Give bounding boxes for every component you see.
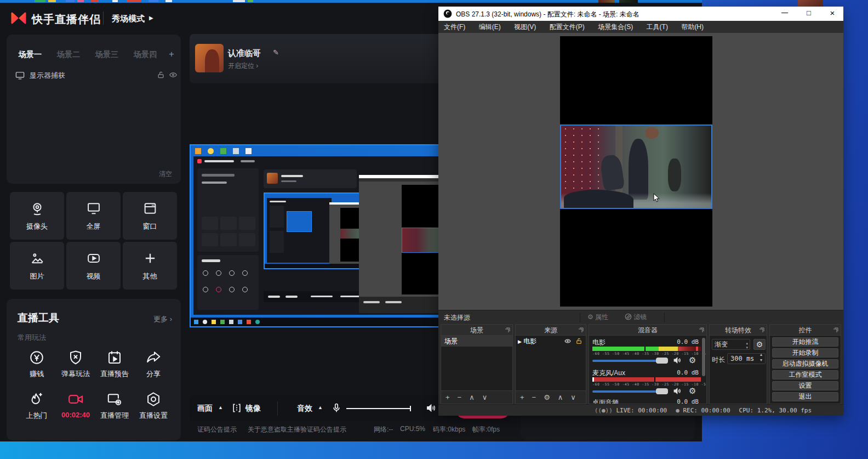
tool-trending[interactable]: 上热门 — [20, 391, 54, 421]
tool-earn[interactable]: 赚钱 — [20, 349, 54, 379]
popout-icon[interactable] — [699, 327, 704, 333]
unlock-icon[interactable] — [157, 71, 165, 79]
start-virtual-camera-button[interactable]: 启动虚拟摄像机 — [772, 359, 838, 369]
source-button-other[interactable]: 其他 — [123, 242, 177, 290]
source-button-video[interactable]: 视频 — [66, 242, 121, 290]
studio-mode-button[interactable]: 工作室模式 — [772, 370, 838, 379]
caret-up-icon[interactable]: ▲ — [318, 405, 323, 410]
source-list-item[interactable]: ▶ 电影 — [516, 336, 586, 347]
tool-live-manage[interactable]: 直播管理 — [98, 391, 132, 421]
figure-silhouette — [668, 158, 682, 191]
scene-tab-4[interactable]: 场景四 — [134, 50, 157, 60]
caret-up-icon[interactable]: ▲ — [218, 405, 223, 410]
menu-scene-collection[interactable]: 场景集合(S) — [592, 21, 638, 33]
start-streaming-button[interactable]: 开始推流 — [772, 337, 838, 347]
settings-hexagon-icon — [145, 391, 162, 407]
eye-icon[interactable] — [564, 338, 572, 344]
speaker-icon[interactable] — [672, 356, 682, 365]
mixer-channel-db: 0.0 dB — [677, 338, 699, 345]
popout-icon[interactable] — [833, 327, 838, 333]
close-button[interactable]: × — [821, 8, 843, 18]
enable-location-link[interactable]: 开启定位 › — [228, 61, 258, 71]
source-button-camera[interactable]: 摄像头 — [10, 192, 64, 240]
obs-window: OBS 27.1.3 (32-bit, windows) - 配置文件: 未命名… — [438, 7, 843, 416]
mirror-button[interactable]: 镜像 — [245, 404, 261, 413]
popout-icon[interactable] — [759, 327, 764, 333]
notice-2[interactable]: 关于恶意盗取主播验证码公告提示 — [248, 425, 346, 434]
movie-volume-handle[interactable] — [656, 358, 668, 364]
capture-source-row[interactable]: 显示器捕获 — [7, 69, 181, 83]
spinner-down-icon[interactable]: ▾ — [760, 358, 762, 362]
menu-help[interactable]: 帮助(H) — [676, 21, 709, 33]
notice-1[interactable]: 证码公告提示 — [197, 425, 237, 434]
speaker-icon[interactable] — [425, 403, 437, 413]
mixer-scrollbar[interactable] — [702, 338, 705, 376]
source-button-image[interactable]: 图片 — [10, 242, 64, 290]
movie-volume-track[interactable] — [592, 360, 663, 362]
minimize-button[interactable]: — — [774, 9, 796, 16]
rec-icon: ● — [676, 407, 679, 414]
remove-source-button[interactable]: − — [532, 393, 536, 401]
settings-button[interactable]: 设置 — [772, 381, 838, 390]
popout-icon[interactable] — [578, 327, 584, 333]
sound-effect-button[interactable]: 音效 — [297, 404, 312, 413]
tool-danmaku[interactable]: 弹幕玩法 — [59, 349, 93, 379]
clear-scenes-button[interactable]: 清空 — [159, 169, 172, 179]
more-link[interactable]: 更多 › — [153, 314, 172, 324]
play-icon: ▶ — [518, 339, 522, 344]
menu-edit[interactable]: 编辑(E) — [473, 21, 506, 33]
avatar[interactable] — [195, 44, 224, 72]
source-properties-button[interactable]: ⚙ — [544, 393, 550, 401]
streamer-name: 认准临哥 — [228, 48, 261, 59]
menu-profile[interactable]: 配置文件(P) — [544, 21, 590, 33]
menu-tools[interactable]: 工具(T) — [641, 21, 673, 33]
speaker-icon[interactable] — [672, 387, 682, 395]
scene-tab-3[interactable]: 场景三 — [95, 50, 118, 60]
start-recording-button[interactable]: 开始录制 — [772, 348, 838, 358]
screen-menu-button[interactable]: 画面 — [197, 404, 213, 413]
tool-live-preview[interactable]: 直播预告 — [98, 349, 132, 379]
tool-record-timer[interactable]: 00:02:40 — [59, 391, 93, 419]
filter-icon — [625, 313, 632, 320]
maximize-button[interactable]: □ — [798, 9, 820, 17]
mirror-icon[interactable] — [231, 403, 242, 413]
source-button-window[interactable]: 窗口 — [123, 192, 177, 240]
popout-icon[interactable] — [505, 327, 510, 333]
mode-switcher[interactable]: 秀场模式 — [112, 14, 145, 24]
movie-source-video[interactable] — [560, 124, 712, 209]
mic-volume-handle[interactable] — [410, 406, 411, 411]
add-scene-button[interactable]: + — [169, 49, 174, 60]
remove-scene-button[interactable]: − — [458, 393, 462, 401]
scene-tab-1[interactable]: 场景一 — [19, 50, 42, 60]
tool-live-settings[interactable]: 直播设置 — [136, 391, 170, 421]
source-button-fullscreen[interactable]: 全屏 — [66, 192, 121, 240]
scene-tab-2[interactable]: 场景二 — [57, 50, 80, 60]
menu-file[interactable]: 文件(F) — [438, 21, 471, 33]
mic-volume-track[interactable] — [592, 390, 663, 393]
mode-arrow-icon[interactable]: ▶ — [149, 15, 153, 21]
add-scene-button[interactable]: + — [446, 393, 450, 401]
spinner-up-icon[interactable]: ▴ — [760, 352, 762, 357]
filters-button[interactable]: 滤镜 — [625, 313, 647, 322]
tool-share[interactable]: 分享 — [136, 349, 170, 379]
channel-gear-icon[interactable]: ⚙ — [689, 386, 696, 396]
eye-icon[interactable] — [169, 71, 178, 79]
scene-up-button[interactable]: ∧ — [469, 393, 475, 401]
add-source-button[interactable]: + — [520, 393, 524, 401]
scene-down-button[interactable]: ∨ — [482, 393, 488, 401]
transition-gear-button[interactable]: ⚙ — [753, 339, 766, 350]
mic-volume-handle[interactable] — [656, 388, 668, 394]
mic-volume-slider[interactable] — [346, 408, 411, 409]
edit-name-icon[interactable]: ✎ — [273, 48, 279, 56]
transition-select[interactable]: 渐变 ▴ ▾ — [712, 339, 750, 350]
channel-gear-icon[interactable]: ⚙ — [689, 355, 696, 365]
microphone-icon[interactable] — [331, 402, 342, 414]
unlock-icon[interactable] — [575, 337, 583, 345]
scene-list-item[interactable]: 场景 — [441, 336, 512, 347]
mixer-dock-title: 混音器 — [638, 326, 658, 334]
menu-view[interactable]: 视图(V) — [509, 21, 541, 33]
source-down-button[interactable]: ∨ — [570, 393, 576, 401]
source-up-button[interactable]: ∧ — [558, 393, 563, 401]
exit-button[interactable]: 退出 — [772, 392, 838, 401]
properties-button[interactable]: ⚙ 属性 — [587, 313, 608, 322]
